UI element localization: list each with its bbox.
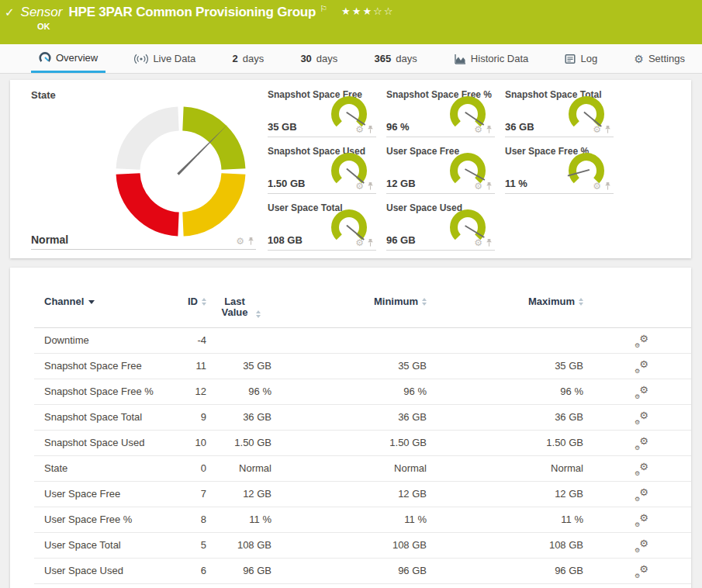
mini-gauge-cell: Snapshot Space Used 1.50 GB ⚙ [268,146,376,194]
mini-gauge-value: 11 % [505,178,527,189]
channel-table-row[interactable]: User Space Free % 8 11 % 11 % 11 % ⚙⚙ [34,507,691,533]
channel-last-value: 96 GB [206,559,271,583]
pin-icon[interactable] [367,182,374,191]
star-empty-icon[interactable]: ☆ [384,5,395,17]
pin-icon[interactable] [486,238,493,247]
star-filled-icon[interactable]: ★ [352,5,363,17]
star-filled-icon[interactable]: ★ [362,5,373,17]
channel-last-value: 12 GB [206,482,271,507]
channel-table-row[interactable]: Downtime -4 ⚙⚙ [34,328,691,354]
gear-icon[interactable]: ⚙ [474,182,482,191]
channel-settings-gears-icon[interactable]: ⚙⚙ [635,565,648,578]
gear-icon[interactable]: ⚙ [474,238,482,247]
channel-name: User Space Free % [44,507,154,532]
gauges-panel: State Normal ⚙ Snapshot Space Free 35 GB… [10,80,691,258]
priority-stars[interactable]: ★★★☆☆ [341,5,394,17]
mini-gauge-value: 1.50 GB [268,178,305,189]
channel-settings-gears-icon[interactable]: ⚙⚙ [635,462,648,476]
mini-gauge-cell: User Space Free 12 GB ⚙ [386,146,495,194]
channel-table-header: Channel ID Last Value Minimum Maximum [34,268,691,328]
object-kind-label: Sensor [21,5,63,20]
column-header-channel[interactable]: Channel [44,296,154,307]
gear-icon[interactable]: ⚙ [593,182,601,191]
pin-icon[interactable] [367,238,374,247]
channel-last-value: 36 GB [206,405,271,430]
star-filled-icon[interactable]: ★ [341,5,352,17]
gear-icon[interactable]: ⚙ [355,182,364,191]
gear-icon[interactable]: ⚙ [355,125,364,134]
channel-settings-gears-icon[interactable]: ⚙⚙ [635,411,648,424]
flag-icon[interactable]: ⚐ [320,4,327,14]
mini-gauge-cell: Snapshot Space Free 35 GB ⚙ [268,89,376,137]
channel-name: Snapshot Space Used [44,431,154,455]
channel-id: 12 [154,379,206,404]
channel-settings-gears-icon[interactable]: ⚙⚙ [635,386,648,399]
channel-last-value: 108 GB [206,533,271,558]
mini-gauge-value: 108 GB [268,234,303,246]
channel-maximum: 96 % [427,379,583,404]
tab-365-days[interactable]: 365days [367,44,425,73]
column-header-id[interactable]: ID [154,296,206,307]
tab-historic-data[interactable]: Historic Data [446,44,536,73]
gear-icon[interactable]: ⚙ [593,125,601,134]
channel-settings-gears-icon[interactable]: ⚙⚙ [635,539,648,552]
mini-gauge-cell: Snapshot Space Free % 96 % ⚙ [386,89,495,137]
channel-last-value: 11 % [206,507,271,532]
channel-table-row[interactable]: User Space Used 6 96 GB 96 GB 96 GB ⚙⚙ [34,559,691,584]
channel-table-row[interactable]: User Space Total 5 108 GB 108 GB 108 GB … [34,533,691,559]
mini-gauge-cell: User Space Used 96 GB ⚙ [386,202,495,251]
channel-minimum: Normal [271,456,427,481]
gear-icon[interactable]: ⚙ [474,125,482,134]
channel-table-row[interactable]: State 0 Normal Normal Normal ⚙⚙ [34,456,691,482]
channel-minimum: 96 % [271,379,427,404]
pin-icon[interactable] [486,182,493,191]
tab-log[interactable]: Log [557,44,605,73]
channel-minimum: 36 GB [271,405,427,430]
channel-id: 5 [154,533,206,558]
channel-id: -4 [154,328,206,353]
channel-table-row[interactable]: Snapshot Space Free 11 35 GB 35 GB 35 GB… [34,354,691,379]
channel-name: Snapshot Space Free % [44,379,154,404]
pin-icon[interactable] [604,125,611,134]
tab-30-days[interactable]: 30days [292,44,345,73]
channel-settings-gears-icon[interactable]: ⚙⚙ [635,488,648,501]
pin-icon[interactable] [486,125,493,134]
column-header-maximum[interactable]: Maximum [427,296,583,307]
tab-live-data[interactable]: Live Data [126,44,203,73]
channel-table-row[interactable]: User Space Free 7 12 GB 12 GB 12 GB ⚙⚙ [34,482,691,507]
channel-name: Downtime [44,328,154,353]
tab-overview[interactable]: Overview [31,44,105,73]
channel-name: Snapshot Space Total [44,405,154,430]
log-icon [565,54,576,64]
channel-id: 8 [154,507,206,532]
channel-table-row[interactable]: Snapshot Space Total 9 36 GB 36 GB 36 GB… [34,405,691,431]
mini-gauge-value: 96 % [386,121,410,133]
mini-gauge-cell: User Space Free % 11 % ⚙ [505,146,614,194]
channel-table-row[interactable]: Snapshot Space Free % 12 96 % 96 % 96 % … [34,379,691,405]
channel-name: Snapshot Space Free [44,354,154,379]
channel-table-panel: Channel ID Last Value Minimum Maximum Do… [10,268,691,588]
column-header-minimum[interactable]: Minimum [271,296,427,307]
channel-settings-gears-icon[interactable]: ⚙⚙ [635,360,648,373]
channel-last-value: Normal [206,456,271,481]
pin-icon[interactable] [367,125,374,134]
channel-settings-gears-icon[interactable]: ⚙⚙ [635,437,648,450]
channel-id: 9 [154,405,206,430]
status-ok-check-icon: ✓ [5,5,15,19]
channel-minimum: 1.50 GB [271,431,427,455]
star-empty-icon[interactable]: ☆ [373,5,384,17]
channel-settings-gears-icon[interactable]: ⚙⚙ [635,514,648,527]
channel-name: User Space Total [44,533,154,558]
gear-icon: ⚙ [634,54,644,64]
pin-icon[interactable] [604,182,611,191]
channel-id: 10 [154,431,206,455]
sort-icon [579,298,583,306]
channel-settings-gears-icon[interactable]: ⚙⚙ [635,334,648,348]
gear-icon[interactable]: ⚙ [355,238,364,247]
channel-table-row[interactable]: Snapshot Space Used 10 1.50 GB 1.50 GB 1… [34,431,691,456]
mini-gauge-value: 96 GB [386,234,416,246]
tab-settings[interactable]: ⚙ Settings [626,44,693,73]
column-header-last-value[interactable]: Last Value [206,296,271,318]
tab-2-days[interactable]: 2days [224,44,271,73]
channel-minimum: 12 GB [271,482,427,507]
